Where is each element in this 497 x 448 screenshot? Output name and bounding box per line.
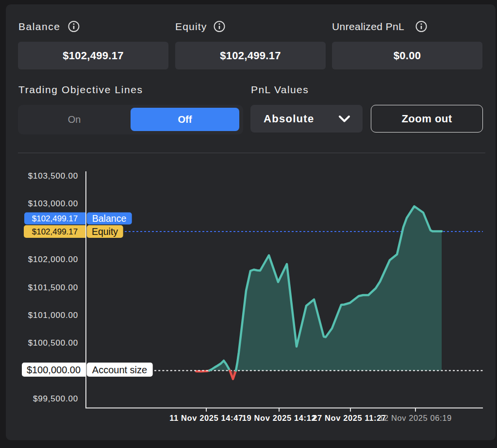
svg-text:$101,500.00: $101,500.00 bbox=[28, 283, 78, 292]
svg-text:$103,500.00: $103,500.00 bbox=[28, 171, 78, 181]
svg-text:$99,500.00: $99,500.00 bbox=[33, 394, 78, 403]
svg-text:$102,499.17: $102,499.17 bbox=[32, 227, 78, 236]
svg-text:$103,000.00: $103,000.00 bbox=[28, 199, 78, 208]
svg-text:$102,499.17: $102,499.17 bbox=[32, 214, 78, 223]
svg-text:$102,000.00: $102,000.00 bbox=[28, 255, 78, 264]
svg-text:$100,500.00: $100,500.00 bbox=[28, 338, 78, 348]
svg-text:Balance: Balance bbox=[92, 213, 126, 224]
svg-text:19 Nov 2025 14:12: 19 Nov 2025 14:12 bbox=[242, 414, 316, 422]
svg-text:11 Nov 2025 14:47: 11 Nov 2025 14:47 bbox=[169, 414, 243, 422]
svg-text:27 Nov 2025 11:27: 27 Nov 2025 11:27 bbox=[313, 414, 386, 422]
svg-text:$101,000.00: $101,000.00 bbox=[28, 311, 78, 320]
svg-text:Equity: Equity bbox=[92, 226, 118, 237]
svg-text:12 Nov 2025 06:19: 12 Nov 2025 06:19 bbox=[379, 414, 452, 422]
svg-text:Account size: Account size bbox=[92, 365, 147, 375]
svg-text:$100,000.00: $100,000.00 bbox=[27, 365, 81, 375]
